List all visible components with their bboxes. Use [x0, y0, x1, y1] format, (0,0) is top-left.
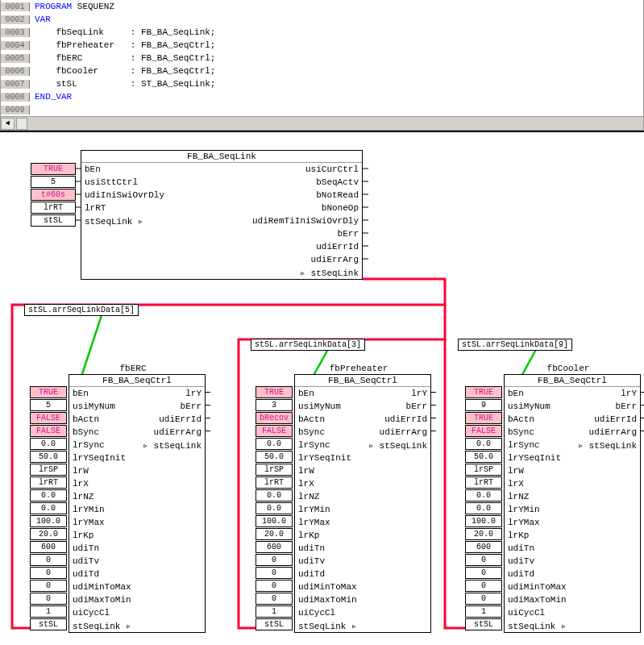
fb-seqctrl-block[interactable]: FB_BA_SeqCtrlbEnlrYusiMyNumbErrbActnudiE… [504, 374, 641, 633]
input-port-value[interactable]: 0 [465, 593, 502, 605]
code-line[interactable]: 0001PROGRAM SEQUENZ [1, 0, 643, 13]
input-port-value[interactable]: 3 [256, 399, 293, 411]
input-port-value[interactable]: t#60s [31, 189, 76, 201]
input-port-value[interactable]: 1 [465, 605, 502, 618]
input-port-value[interactable]: lrSP [465, 464, 502, 476]
scroll-thumb[interactable] [16, 118, 27, 130]
input-port-value[interactable]: 0 [256, 554, 293, 566]
input-port-value[interactable]: 0.0 [465, 489, 502, 501]
input-port-value[interactable]: 50.0 [30, 451, 67, 463]
input-port-value[interactable]: 0.0 [30, 489, 67, 501]
fb-instance-name: fbPreheater [310, 364, 407, 373]
line-number: 0007 [1, 80, 30, 89]
code-line[interactable]: 0003 fbSeqLink : FB_BA_SeqLink; [1, 26, 643, 39]
input-port-value[interactable]: 5 [30, 399, 67, 411]
input-port-value[interactable]: stSL [30, 618, 67, 630]
input-port-value[interactable]: lrRT [256, 476, 293, 489]
input-port-value[interactable]: lrSP [256, 464, 293, 476]
input-port-value[interactable]: 0 [30, 567, 67, 579]
input-port-value[interactable]: 1 [30, 605, 67, 618]
input-port-value[interactable]: 0 [256, 580, 293, 592]
input-port-value[interactable]: 1 [256, 605, 293, 618]
input-port-value[interactable]: 0 [30, 554, 67, 566]
input-port-value[interactable]: lrRT [465, 476, 502, 489]
input-port-value[interactable]: 0.0 [256, 489, 293, 501]
input-port-value[interactable]: 0.0 [256, 502, 293, 514]
input-port-value[interactable]: 0.0 [465, 438, 502, 450]
input-port-value[interactable]: TRUE [30, 386, 67, 398]
input-port-value[interactable]: bRecov [256, 412, 293, 424]
horizontal-scrollbar[interactable]: ◄ [1, 116, 643, 130]
fb-seqlink-block[interactable]: FB_BA_SeqLink bEnusiCurCtrlusiSttCtrlbSe… [81, 150, 363, 280]
input-port-value[interactable]: stSL [465, 618, 502, 630]
input-port-value[interactable]: 0 [465, 580, 502, 592]
input-port-value[interactable]: 0.0 [30, 502, 67, 514]
input-port-value[interactable]: TRUE [31, 163, 76, 175]
code-line[interactable]: 0002VAR [1, 13, 643, 26]
input-port-value[interactable]: 0 [465, 554, 502, 566]
input-port-value[interactable]: 600 [256, 541, 293, 553]
fb-port-row: lrW [505, 464, 640, 477]
code-line[interactable]: 0006 fbCooler : FB_BA_SeqCtrl; [1, 64, 643, 77]
fb-port-row: stSeqLink ▹ [69, 619, 205, 632]
code-line[interactable]: 0008END_VAR [1, 90, 643, 103]
input-port-value[interactable]: FALSE [465, 425, 502, 437]
fb-port-row: bSyncudiErrArg [505, 426, 640, 439]
fb-port-row: udiMaxToMin [505, 593, 640, 606]
input-port-value[interactable]: lrRT [31, 202, 76, 214]
line-number: 0009 [1, 106, 30, 114]
code-line[interactable]: 0005 fbERC : FB_BA_SeqCtrl; [1, 52, 643, 64]
input-port-value[interactable]: stSL [256, 618, 293, 630]
line-number: 0004 [1, 41, 30, 50]
output-pin [641, 418, 644, 418]
fb-port-row: bEnlrY [505, 387, 640, 400]
input-port-value[interactable]: 0.0 [256, 438, 293, 450]
code-line[interactable]: 0004 fbPreheater : FB_BA_SeqCtrl; [1, 39, 643, 52]
input-port-value[interactable]: 0 [30, 593, 67, 605]
input-port-value[interactable]: 0.0 [465, 502, 502, 514]
input-port-value[interactable]: 100.0 [465, 515, 502, 527]
input-port-value[interactable]: FALSE [30, 425, 67, 437]
code-line[interactable]: 0009 [1, 103, 643, 116]
input-port-value[interactable]: 600 [30, 541, 67, 553]
input-port-value[interactable]: 0 [256, 593, 293, 605]
input-port-value[interactable]: 20.0 [465, 528, 502, 540]
input-port-value[interactable]: 600 [465, 541, 502, 553]
input-port-value[interactable]: 100.0 [30, 515, 67, 527]
fb-port-row: lrKp [295, 529, 430, 542]
code-line[interactable]: 0007 stSL : ST_BA_SeqLink; [1, 77, 643, 90]
fb-port-row: udiTn [295, 542, 430, 555]
input-port-value[interactable]: 9 [465, 399, 502, 411]
input-port-value[interactable]: 5 [31, 176, 76, 188]
input-port-value[interactable]: TRUE [465, 412, 502, 424]
fb-port-row: bActnudiErrId [505, 413, 640, 426]
line-number: 0008 [1, 93, 30, 102]
fb-port-row: bSyncudiErrArg [295, 426, 430, 439]
fb-port-row: udiMaxToMin [295, 593, 430, 606]
code-text: PROGRAM SEQUENZ [30, 2, 114, 11]
fb-seqctrl-block[interactable]: FB_BA_SeqCtrlbEnlrYusiMyNumbErrbActnudiE… [294, 374, 431, 633]
fb-port-row: bEnlrY [295, 387, 430, 400]
input-port-value[interactable]: 100.0 [256, 515, 293, 527]
code-text: END_VAR [30, 92, 72, 102]
input-port-value[interactable]: 50.0 [465, 451, 502, 463]
input-port-value[interactable]: 20.0 [256, 528, 293, 540]
fb-port-row: lrYSeqInit [69, 452, 205, 464]
input-port-value[interactable]: stSL [31, 214, 76, 227]
fb-port-row: lrSync▹ stSeqLink [69, 439, 205, 452]
input-port-value[interactable]: FALSE [30, 412, 67, 424]
input-port-value[interactable]: lrRT [30, 476, 67, 489]
input-port-value[interactable]: 50.0 [256, 451, 293, 463]
input-port-value[interactable]: lrSP [30, 464, 67, 476]
input-port-value[interactable]: 0 [30, 580, 67, 592]
input-port-value[interactable]: 0 [465, 567, 502, 579]
fb-seqctrl-block[interactable]: FB_BA_SeqCtrlbEnlrYusiMyNumbErrbActnudiE… [69, 374, 206, 633]
input-port-value[interactable]: 0.0 [30, 438, 67, 450]
line-number: 0003 [1, 28, 30, 37]
input-port-value[interactable]: TRUE [256, 386, 293, 398]
scroll-left-button[interactable]: ◄ [1, 118, 15, 130]
input-port-value[interactable]: FALSE [256, 425, 293, 437]
input-port-value[interactable]: 0 [256, 567, 293, 579]
input-port-value[interactable]: 20.0 [30, 528, 67, 540]
input-port-value[interactable]: TRUE [465, 386, 502, 398]
